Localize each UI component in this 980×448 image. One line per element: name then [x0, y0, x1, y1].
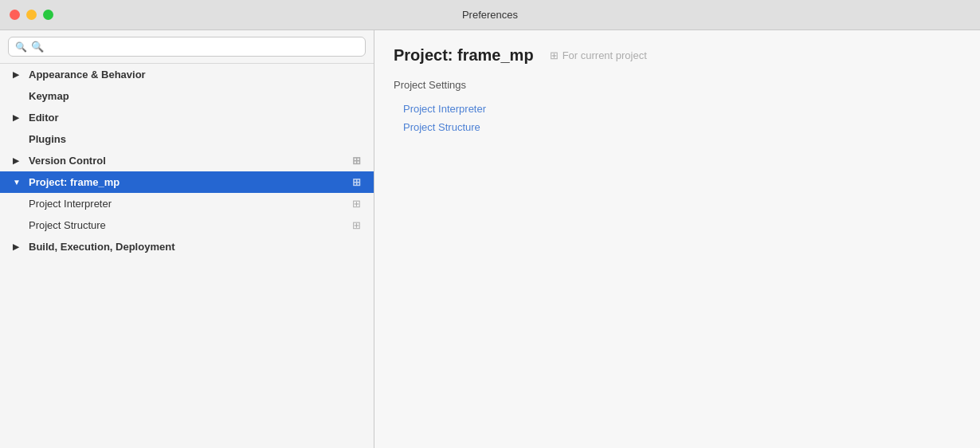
window-controls	[10, 10, 53, 20]
sidebar-item-project-structure[interactable]: Project Structure ⊞	[0, 214, 374, 236]
sidebar-item-project-interpreter[interactable]: Project Interpreter ⊞	[0, 193, 374, 214]
close-button[interactable]	[10, 10, 20, 20]
sidebar-item-label: Build, Execution, Deployment	[29, 241, 174, 253]
sidebar-item-appearance-behavior[interactable]: ▶ Appearance & Behavior	[0, 64, 374, 85]
sidebar-item-label: Appearance & Behavior	[29, 69, 146, 81]
arrow-icon: ▼	[13, 178, 25, 187]
sidebar-item-label: Version Control	[29, 155, 106, 167]
right-panel-title: Project: frame_mp	[394, 46, 534, 65]
sidebar-item-label: Project Structure	[29, 219, 106, 231]
page-icon: ⊞	[352, 155, 361, 167]
right-panel: Project: frame_mp ⊞ For current project …	[374, 30, 980, 448]
right-panel-header: Project: frame_mp ⊞ For current project	[394, 46, 961, 65]
arrow-icon: ▶	[13, 242, 25, 251]
sidebar-item-build-execution-deployment[interactable]: ▶ Build, Execution, Deployment	[0, 236, 374, 257]
title-bar: Preferences	[0, 0, 980, 30]
maximize-button[interactable]	[43, 10, 53, 20]
sidebar-item-version-control[interactable]: ▶ Version Control ⊞	[0, 150, 374, 171]
sidebar-item-label: Project: frame_mp	[29, 176, 120, 188]
search-bar: 🔍	[0, 30, 374, 64]
sidebar-item-label: Plugins	[29, 133, 66, 145]
page-icon: ⊞	[352, 176, 361, 188]
main-content: 🔍 ▶ Appearance & Behavior ▶ Keymap ▶ Edi…	[0, 30, 980, 448]
arrow-icon: ▶	[13, 70, 25, 79]
sidebar-list: ▶ Appearance & Behavior ▶ Keymap ▶ Edito…	[0, 64, 374, 448]
page-icon: ⊞	[352, 219, 361, 231]
section-label: Project Settings	[394, 79, 961, 91]
sidebar: 🔍 ▶ Appearance & Behavior ▶ Keymap ▶ Edi…	[0, 30, 374, 448]
sidebar-item-project-frame-mp[interactable]: ▼ Project: frame_mp ⊞	[0, 171, 374, 193]
arrow-icon: ▶	[13, 156, 25, 165]
window-title: Preferences	[462, 9, 518, 21]
sidebar-item-editor[interactable]: ▶ Editor	[0, 107, 374, 128]
for-current-project: ⊞ For current project	[550, 49, 647, 61]
page-icon: ⊞	[352, 198, 361, 210]
search-input-wrapper[interactable]: 🔍	[8, 37, 366, 57]
for-current-project-icon: ⊞	[550, 49, 559, 61]
arrow-icon: ▶	[13, 113, 25, 122]
search-input[interactable]	[31, 41, 359, 53]
minimize-button[interactable]	[26, 10, 37, 20]
sidebar-item-label: Editor	[29, 112, 59, 124]
search-icon: 🔍	[15, 41, 27, 53]
sidebar-item-keymap[interactable]: ▶ Keymap	[0, 85, 374, 107]
project-interpreter-link[interactable]: Project Interpreter	[394, 100, 961, 117]
sidebar-item-label: Keymap	[29, 90, 69, 102]
project-structure-link[interactable]: Project Structure	[394, 119, 961, 136]
for-current-project-label: For current project	[563, 49, 647, 61]
sidebar-item-plugins[interactable]: ▶ Plugins	[0, 128, 374, 150]
sidebar-item-label: Project Interpreter	[29, 198, 112, 210]
